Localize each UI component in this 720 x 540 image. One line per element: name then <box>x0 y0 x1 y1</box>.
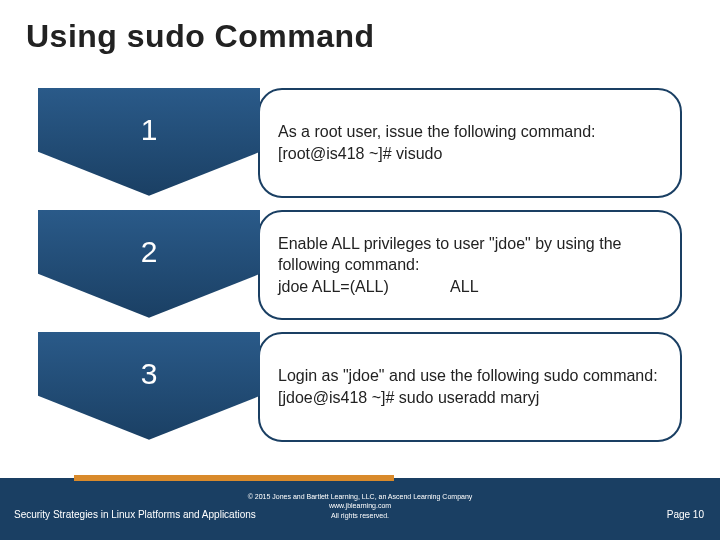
step-row: 3 Login as "jdoe" and use the following … <box>38 332 682 442</box>
copyright-line: © 2015 Jones and Bartlett Learning, LLC,… <box>0 492 720 501</box>
slide: Using sudo Command 1 As a root user, iss… <box>0 0 720 540</box>
steps-list: 1 As a root user, issue the following co… <box>38 88 682 454</box>
step-number: 1 <box>141 113 158 147</box>
page-title: Using sudo Command <box>0 0 720 55</box>
step-text: Login as "jdoe" and use the following su… <box>258 332 682 442</box>
step-line: [jdoe@is418 ~]# sudo useradd maryj <box>278 387 662 409</box>
step-number-col: 1 <box>38 88 260 198</box>
step-number: 2 <box>141 235 158 269</box>
step-row: 1 As a root user, issue the following co… <box>38 88 682 198</box>
copyright-line: All rights reserved. <box>0 511 720 520</box>
chevron-icon: 3 <box>38 332 260 442</box>
step-number-col: 2 <box>38 210 260 320</box>
footer: Security Strategies in Linux Platforms a… <box>0 478 720 540</box>
step-number-col: 3 <box>38 332 260 442</box>
page-number: Page 10 <box>667 509 704 520</box>
step-line: Login as "jdoe" and use the following su… <box>278 365 662 387</box>
step-number: 3 <box>141 357 158 391</box>
step-line: Enable ALL privileges to user "jdoe" by … <box>278 233 662 276</box>
chevron-icon: 2 <box>38 210 260 320</box>
step-line: [root@is418 ~]# visudo <box>278 143 662 165</box>
footer-copyright: © 2015 Jones and Bartlett Learning, LLC,… <box>0 492 720 520</box>
step-text: As a root user, issue the following comm… <box>258 88 682 198</box>
step-line: As a root user, issue the following comm… <box>278 121 662 143</box>
step-line: jdoe ALL=(ALL) ALL <box>278 276 662 298</box>
footer-accent <box>74 475 394 481</box>
step-text: Enable ALL privileges to user "jdoe" by … <box>258 210 682 320</box>
copyright-line: www.jblearning.com <box>0 501 720 510</box>
step-row: 2 Enable ALL privileges to user "jdoe" b… <box>38 210 682 320</box>
chevron-icon: 1 <box>38 88 260 198</box>
